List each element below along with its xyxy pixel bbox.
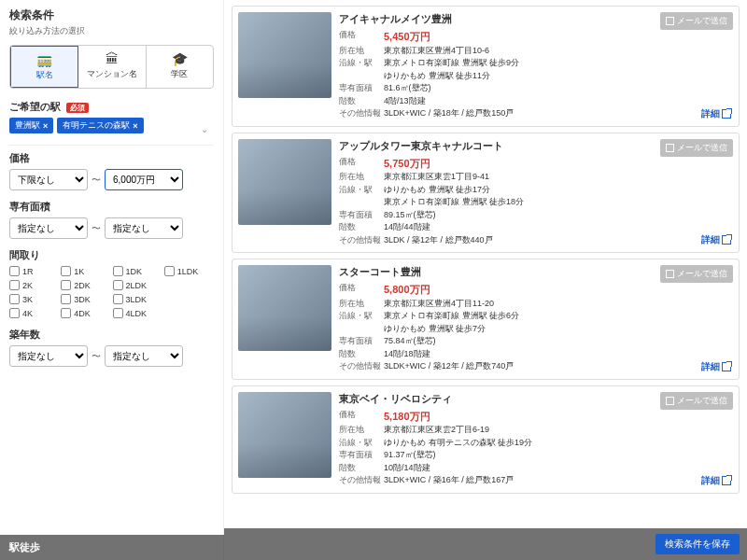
- search-title: 検索条件: [9, 7, 214, 23]
- listing-price: 5,450万円: [384, 29, 430, 45]
- external-link-icon: [722, 109, 731, 119]
- age-label: 築年数: [9, 328, 214, 342]
- area-label: 専有面積: [9, 200, 214, 214]
- listing-thumbnail[interactable]: [238, 139, 331, 225]
- required-badge: 必須: [66, 103, 89, 113]
- layout-label: 間取り: [9, 248, 214, 262]
- listing-card: スターコート豊洲価格5,800万円所在地東京都江東区豊洲4丁目11-20沿線・駅…: [232, 259, 740, 380]
- checkbox-icon: [9, 308, 20, 318]
- layout-check[interactable]: 4DK: [61, 308, 110, 318]
- layout-check[interactable]: 4K: [9, 308, 59, 318]
- building-icon: 🏛: [80, 51, 143, 66]
- checkbox-icon: [666, 397, 674, 405]
- checkbox-icon: [9, 266, 20, 276]
- price-label: 価格: [9, 151, 214, 165]
- price-max-select[interactable]: 6,000万円: [105, 169, 183, 190]
- search-subtitle: 絞り込み方法の選択: [9, 25, 214, 37]
- listing-thumbnail[interactable]: [238, 12, 331, 98]
- filter-tabs: 🚃 駅名 🏛 マンション名 🎓 学区: [9, 45, 214, 89]
- listing-price: 5,180万円: [384, 409, 430, 425]
- detail-link[interactable]: 詳細: [701, 360, 731, 373]
- checkbox-icon: [164, 266, 175, 276]
- checkbox-icon: [113, 308, 123, 318]
- listing-thumbnail[interactable]: [238, 392, 331, 478]
- listing-price: 5,750万円: [384, 156, 430, 172]
- checkbox-icon: [666, 270, 674, 278]
- tab-school-label: 学区: [171, 69, 188, 78]
- listing-card: 東京ベイ・リベロシティ価格5,180万円所在地東京都江東区東雲2丁目6-19沿線…: [232, 385, 740, 494]
- tab-mansion-label: マンション名: [87, 69, 137, 78]
- checkbox-icon: [61, 280, 71, 290]
- checkbox-icon: [9, 280, 20, 290]
- mail-send-button[interactable]: メールで送信: [660, 139, 733, 157]
- walk-label: 駅徒歩: [0, 535, 224, 560]
- checkbox-icon: [9, 294, 20, 304]
- station-tags: 豊洲駅 × 有明テニスの森駅 ×: [9, 118, 144, 133]
- tab-mansion[interactable]: 🏛 マンション名: [78, 46, 146, 88]
- external-link-icon: [722, 362, 731, 371]
- checkbox-icon: [113, 294, 123, 304]
- chevron-down-icon[interactable]: ⌄: [195, 122, 214, 136]
- save-conditions-button[interactable]: 検索条件を保存: [655, 534, 740, 554]
- age-max-select[interactable]: 指定なし: [105, 345, 183, 367]
- layout-check[interactable]: 3K: [9, 294, 59, 304]
- close-icon[interactable]: ×: [43, 121, 48, 131]
- area-min-select[interactable]: 指定なし: [9, 217, 88, 239]
- checkbox-icon: [113, 280, 123, 290]
- layout-check[interactable]: 1DK: [113, 266, 162, 276]
- station-tag[interactable]: 豊洲駅 ×: [9, 118, 53, 133]
- layout-check[interactable]: 4LDK: [113, 308, 162, 318]
- layout-check[interactable]: 1R: [9, 266, 59, 276]
- close-icon[interactable]: ×: [133, 121, 137, 131]
- listing-card: アップルタワー東京キャナルコート価格5,750万円所在地東京都江東区東雲1丁目9…: [232, 133, 740, 254]
- checkbox-icon: [61, 294, 71, 304]
- footer-bar: 検索条件を保存: [224, 528, 747, 560]
- tab-station[interactable]: 🚃 駅名: [10, 46, 78, 88]
- tab-station-label: 駅名: [36, 70, 53, 79]
- checkbox-icon: [61, 308, 71, 318]
- listing-price: 5,800万円: [384, 282, 430, 298]
- detail-link[interactable]: 詳細: [701, 233, 731, 246]
- station-section-label: ご希望の駅 必須: [9, 100, 214, 114]
- layout-check[interactable]: 3DK: [61, 294, 110, 304]
- train-icon: 🚃: [13, 52, 76, 67]
- checkbox-icon: [666, 17, 674, 25]
- range-tilde: 〜: [92, 174, 101, 187]
- layout-check[interactable]: 3LDK: [113, 294, 162, 304]
- detail-link[interactable]: 詳細: [701, 474, 731, 487]
- station-tag[interactable]: 有明テニスの森駅 ×: [57, 118, 143, 133]
- mail-send-button[interactable]: メールで送信: [660, 392, 733, 410]
- price-min-select[interactable]: 下限なし: [9, 169, 88, 190]
- detail-link[interactable]: 詳細: [701, 107, 731, 120]
- checkbox-icon: [61, 266, 71, 276]
- checkbox-icon: [113, 266, 123, 276]
- layout-check[interactable]: 2K: [9, 280, 59, 290]
- mail-send-button[interactable]: メールで送信: [660, 12, 733, 30]
- listing-card: アイキャナルメイツ豊洲価格5,450万円所在地東京都江東区豊洲4丁目10-6沿線…: [232, 6, 740, 127]
- age-min-select[interactable]: 指定なし: [9, 345, 88, 367]
- layout-check[interactable]: 2LDK: [113, 280, 162, 290]
- school-icon: 🎓: [148, 51, 211, 66]
- tab-school[interactable]: 🎓 学区: [147, 46, 213, 88]
- layout-check[interactable]: 2DK: [61, 280, 110, 290]
- mail-send-button[interactable]: メールで送信: [660, 265, 733, 283]
- area-max-select[interactable]: 指定なし: [105, 217, 183, 239]
- layout-check[interactable]: 1LDK: [164, 266, 214, 276]
- external-link-icon: [722, 235, 731, 245]
- listing-thumbnail[interactable]: [238, 265, 331, 351]
- layout-checks: 1R1K1DK1LDK2K2DK2LDK3K3DK3LDK4K4DK4LDK: [9, 266, 214, 318]
- checkbox-icon: [666, 144, 674, 152]
- external-link-icon: [722, 476, 731, 485]
- layout-check[interactable]: 1K: [61, 266, 110, 276]
